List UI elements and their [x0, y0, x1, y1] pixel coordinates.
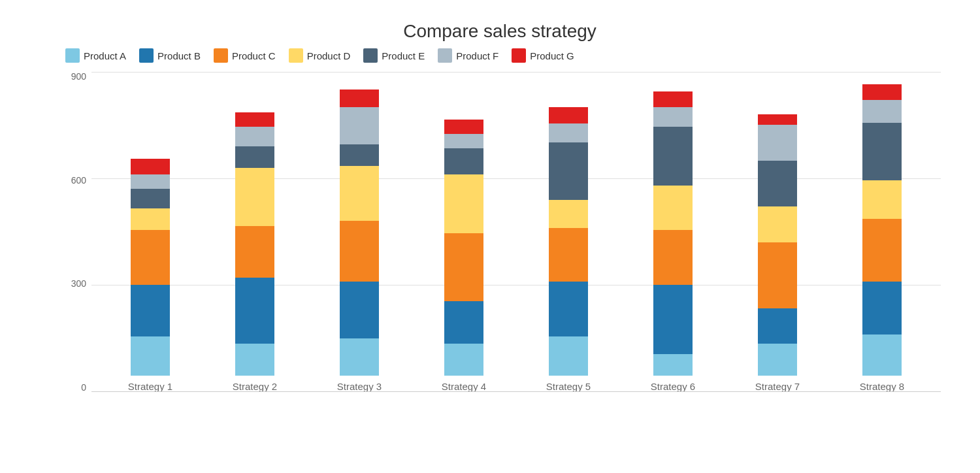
bar-segment: [758, 206, 797, 242]
legend-item: Product E: [363, 48, 425, 63]
bar-segment: [653, 107, 693, 127]
bar-segment: [131, 174, 170, 189]
bar-segment: [549, 123, 588, 143]
legend-color-box: [65, 48, 80, 63]
bar-segment: [340, 338, 379, 376]
bar-segment: [758, 344, 797, 376]
x-axis-label: Strategy 3: [337, 381, 382, 392]
bar-segment: [862, 219, 902, 281]
bar-segment: [758, 308, 797, 344]
bar-segment: [444, 120, 483, 134]
bar-group: Strategy 1: [98, 72, 203, 392]
legend-label: Product C: [232, 50, 276, 61]
legend-item: Product C: [214, 48, 276, 63]
bar-segment: [653, 230, 693, 285]
bar-segment: [131, 336, 170, 376]
bar-stack: [862, 84, 902, 376]
legend-item: Product D: [289, 48, 351, 63]
bar-segment: [235, 127, 274, 146]
x-axis-label: Strategy 7: [755, 381, 800, 392]
bar-segment: [340, 90, 379, 107]
bar-group: Strategy 4: [412, 72, 516, 392]
bar-segment: [758, 242, 797, 308]
bar-stack: [235, 112, 274, 376]
chart-title: Compare sales strategy: [59, 21, 941, 42]
x-axis-line: [91, 391, 941, 392]
bar-segment: [235, 344, 274, 376]
grid-and-bars: Strategy 1Strategy 2Strategy 3Strategy 4…: [91, 72, 941, 392]
bar-segment: [549, 142, 588, 199]
bar-stack: [131, 159, 170, 376]
bar-segment: [862, 334, 902, 376]
bar-segment: [340, 221, 379, 282]
bars-row: Strategy 1Strategy 2Strategy 3Strategy 4…: [91, 72, 941, 392]
legend-color-box: [289, 48, 303, 63]
bar-stack: [444, 120, 483, 376]
bar-segment: [653, 285, 693, 354]
x-axis-label: Strategy 6: [651, 381, 695, 392]
bar-segment: [235, 146, 274, 168]
bar-stack: [653, 91, 693, 376]
legend-label: Product E: [382, 50, 425, 61]
bar-segment: [758, 114, 797, 125]
y-axis: 9006003000: [59, 72, 91, 392]
bar-segment: [235, 112, 274, 127]
legend-label: Product A: [84, 50, 126, 61]
bar-stack: [758, 114, 797, 376]
bar-segment: [758, 125, 797, 160]
bar-segment: [862, 100, 902, 123]
legend-item: Product B: [139, 48, 201, 63]
legend-color-box: [363, 48, 378, 63]
legend-label: Product F: [456, 50, 498, 61]
bar-segment: [444, 233, 483, 301]
bar-segment: [235, 278, 274, 344]
x-axis-label: Strategy 5: [546, 381, 591, 392]
bar-segment: [758, 161, 797, 207]
legend-item: Product F: [438, 48, 498, 63]
legend: Product AProduct BProduct CProduct DProd…: [59, 48, 941, 63]
bar-segment: [235, 168, 274, 227]
bar-group: Strategy 3: [307, 72, 412, 392]
bar-segment: [444, 344, 483, 376]
bar-segment: [340, 166, 379, 221]
bar-segment: [340, 107, 379, 144]
legend-label: Product B: [157, 50, 201, 61]
chart-area: 9006003000 Strategy 1Strategy 2Strategy …: [59, 72, 941, 392]
bar-segment: [862, 180, 902, 220]
bar-segment: [444, 134, 483, 148]
bar-segment: [653, 91, 693, 108]
bar-segment: [340, 144, 379, 166]
bar-group: Strategy 2: [203, 72, 307, 392]
bar-segment: [653, 354, 693, 376]
bar-segment: [131, 230, 170, 285]
x-axis-label: Strategy 8: [860, 381, 904, 392]
bar-group: Strategy 8: [830, 72, 934, 392]
bar-segment: [549, 200, 588, 229]
x-axis-label: Strategy 4: [442, 381, 486, 392]
bar-segment: [131, 208, 170, 230]
bar-segment: [549, 282, 588, 336]
y-axis-label: 900: [71, 72, 86, 81]
bar-segment: [131, 189, 170, 208]
legend-color-box: [214, 48, 228, 63]
legend-color-box: [512, 48, 526, 63]
bar-segment: [340, 282, 379, 338]
bar-segment: [653, 186, 693, 230]
bar-segment: [444, 174, 483, 233]
legend-item: Product G: [512, 48, 574, 63]
bar-segment: [549, 336, 588, 376]
bar-segment: [862, 123, 902, 180]
bar-segment: [549, 107, 588, 123]
bar-group: Strategy 6: [621, 72, 725, 392]
y-axis-label: 600: [71, 176, 86, 185]
legend-label: Product D: [307, 50, 351, 61]
legend-color-box: [438, 48, 452, 63]
bar-stack: [549, 107, 588, 376]
bar-group: Strategy 7: [725, 72, 830, 392]
x-axis-label: Strategy 1: [128, 381, 172, 392]
bar-segment: [444, 148, 483, 175]
bar-stack: [340, 90, 379, 376]
chart-container: Compare sales strategy Product AProduct …: [13, 8, 967, 465]
legend-item: Product A: [65, 48, 126, 63]
x-axis-label: Strategy 2: [233, 381, 277, 392]
